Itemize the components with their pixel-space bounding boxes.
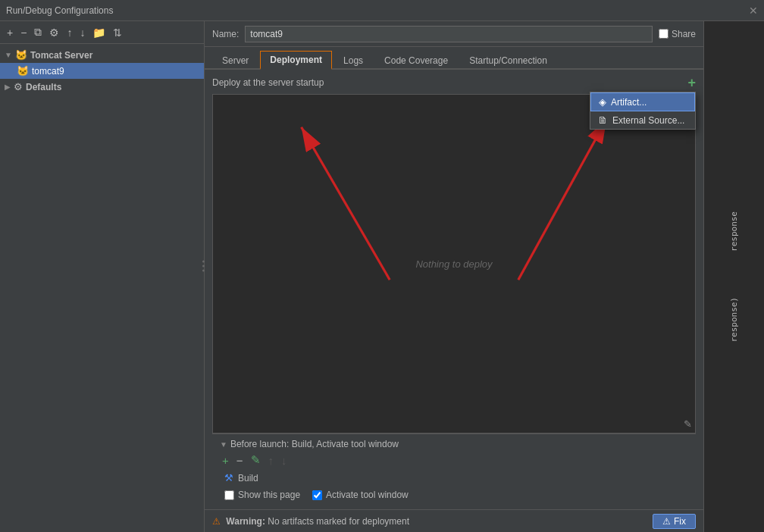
title-bar-text: Run/Debug Configurations — [6, 5, 113, 16]
tomcat9-label: tomcat9 — [32, 66, 64, 77]
right-panel: response response) — [703, 21, 764, 532]
warning-bar: ⚠ Warning: No artifacts marked for deplo… — [205, 509, 703, 532]
activate-tool-window-checkbox[interactable] — [312, 490, 322, 500]
defaults-arrow-icon: ▶ — [5, 83, 11, 91]
build-icon: ⚒ — [224, 472, 233, 483]
sidebar-tree: ▼ 🐱 Tomcat Server 🐱 tomcat9 ▶ ⚙ Defaults — [0, 44, 204, 532]
activate-tool-window-label: Activate tool window — [326, 490, 409, 500]
close-button[interactable]: ✕ — [749, 5, 758, 17]
bl-edit-button[interactable]: ✎ — [249, 452, 263, 468]
before-launch-toolbar: + − ✎ ↑ ↓ — [220, 452, 688, 468]
warning-text: No artifacts marked for deployment — [268, 516, 409, 527]
defaults-icon: ⚙ — [14, 81, 23, 92]
name-input[interactable] — [245, 26, 653, 42]
add-artifact-button[interactable]: + — [687, 76, 696, 89]
before-launch-text: Before launch: Build, Activate tool wind… — [230, 439, 399, 449]
external-icon: 🗎 — [598, 114, 608, 126]
settings-config-button[interactable]: ⚙ — [47, 25, 61, 40]
bl-down-button[interactable]: ↓ — [279, 453, 290, 468]
activate-tool-window-option: Activate tool window — [312, 490, 409, 500]
before-launch-arrow-icon: ▼ — [220, 440, 227, 449]
build-label: Build — [238, 473, 258, 483]
tab-deployment[interactable]: Deployment — [260, 51, 332, 70]
bl-add-button[interactable]: + — [220, 453, 231, 468]
defaults-item[interactable]: ▶ ⚙ Defaults — [0, 79, 204, 95]
tabs-bar: Server Deployment Logs Code Coverage Sta… — [205, 47, 703, 70]
tomcat-icon: 🐱 — [15, 49, 27, 61]
remove-config-button[interactable]: − — [18, 25, 29, 40]
fix-icon: ⚠ — [662, 516, 671, 527]
deploy-header-row: Deploy at the server startup + — [212, 76, 696, 89]
deploy-area: Nothing to deploy — [212, 94, 696, 433]
move-up-button[interactable]: ↑ — [64, 25, 74, 40]
tab-logs[interactable]: Logs — [333, 52, 373, 70]
deployment-panel: Deploy at the server startup + Nothing t… — [205, 70, 703, 509]
show-page-label: Show this page — [238, 490, 300, 500]
name-label: Name: — [212, 29, 239, 39]
deploy-label: Deploy at the server startup — [212, 77, 324, 88]
title-bar: Run/Debug Configurations ✕ — [0, 0, 764, 21]
share-area: Share — [659, 29, 696, 39]
tab-server[interactable]: Server — [212, 52, 258, 70]
group-arrow-icon: ▼ — [5, 51, 12, 59]
dropdown-menu: ◈ Artifact... 🗎 External Source... — [590, 92, 696, 130]
tab-code-coverage[interactable]: Code Coverage — [374, 52, 458, 70]
build-item: ⚒ Build — [220, 471, 688, 485]
tomcat-server-group[interactable]: ▼ 🐱 Tomcat Server — [0, 47, 204, 63]
before-launch-section: ▼ Before launch: Build, Activate tool wi… — [212, 433, 696, 503]
code-snippet-2: response) — [729, 297, 739, 343]
resize-dot — [202, 261, 205, 263]
external-source-menu-item[interactable]: 🗎 External Source... — [590, 111, 695, 129]
show-page-option: Show this page — [224, 490, 300, 500]
tab-startup[interactable]: Startup/Connection — [459, 52, 557, 70]
external-label: External Source... — [612, 115, 684, 126]
warning-strong: Warning: — [226, 516, 265, 527]
before-launch-header[interactable]: ▼ Before launch: Build, Activate tool wi… — [220, 439, 688, 449]
content-area: Name: Share Server Deployment Logs Code … — [205, 21, 703, 532]
bl-up-button[interactable]: ↑ — [266, 453, 277, 468]
sort-button[interactable]: ⇅ — [111, 25, 124, 40]
fix-label: Fix — [674, 516, 686, 527]
svg-line-3 — [518, 119, 607, 280]
warning-message: ⚠ Warning: No artifacts marked for deplo… — [212, 516, 409, 527]
resize-handle[interactable] — [202, 261, 205, 272]
sidebar: + − ⧉ ⚙ ↑ ↓ 📁 ⇅ ▼ 🐱 Tomcat Server 🐱 tomc… — [0, 21, 205, 532]
defaults-label: Defaults — [26, 82, 61, 92]
svg-line-2 — [302, 127, 390, 280]
edit-deploy-button[interactable]: ✎ — [684, 418, 692, 430]
warning-icon: ⚠ — [212, 516, 221, 527]
resize-dot — [202, 270, 205, 272]
options-row: Show this page Activate tool window — [220, 485, 688, 503]
artifact-icon: ◈ — [599, 96, 606, 108]
folder-button[interactable]: 📁 — [90, 25, 108, 40]
copy-config-button[interactable]: ⧉ — [32, 24, 44, 40]
add-config-button[interactable]: + — [5, 25, 15, 40]
artifact-menu-item[interactable]: ◈ Artifact... — [590, 92, 695, 111]
tomcat9-icon: 🐱 — [17, 65, 29, 77]
name-row: Name: Share — [205, 21, 703, 47]
group-label: Tomcat Server — [30, 50, 92, 61]
tomcat9-item[interactable]: 🐱 tomcat9 — [0, 63, 204, 79]
bl-remove-button[interactable]: − — [234, 453, 246, 468]
fix-button[interactable]: ⚠ Fix — [653, 514, 696, 529]
code-snippet-1: response — [729, 211, 739, 252]
sidebar-toolbar: + − ⧉ ⚙ ↑ ↓ 📁 ⇅ — [0, 21, 204, 44]
move-down-button[interactable]: ↓ — [77, 25, 87, 40]
show-page-checkbox[interactable] — [224, 490, 234, 500]
artifact-label: Artifact... — [611, 97, 647, 108]
share-label: Share — [672, 29, 696, 39]
share-checkbox[interactable] — [659, 29, 668, 39]
empty-state-text: Nothing to deploy — [415, 258, 492, 270]
resize-dot — [202, 265, 205, 268]
